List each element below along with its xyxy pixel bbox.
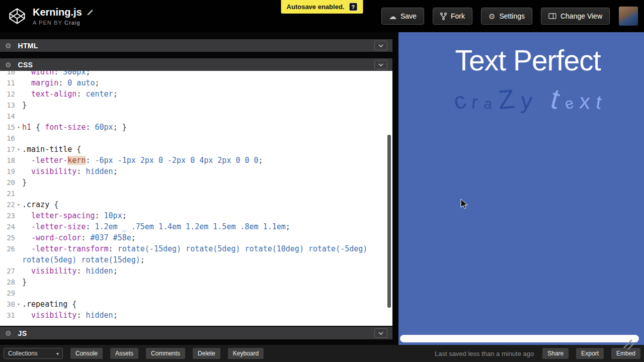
chevron-down-icon [378,44,383,47]
code-line[interactable]: 16 [0,133,392,144]
code-line[interactable]: 23 letter-spacing: 10px; [0,210,392,221]
caret-down-icon: ▾ [56,351,59,356]
crazy-letter: Z [497,79,516,121]
crazy-letter: e [560,83,579,124]
preview-content: Text Perfect craZytext [398,32,644,126]
code-line[interactable]: 22▾.crazy { [0,199,392,210]
share-button[interactable]: Share [542,348,569,359]
mouse-cursor-icon [460,199,469,211]
help-key[interactable]: ? [349,3,357,11]
pen-title-block: Kerning.js A PEN BY Craig [33,7,94,26]
cloud-icon: ☁ [389,13,396,20]
code-line[interactable]: 20} [0,177,392,188]
css-panel-header[interactable]: ⚙ CSS [0,58,392,71]
js-collapse-button[interactable] [374,328,387,338]
gear-icon: ⚙ [489,13,495,20]
crazy-letter: c [449,79,470,121]
resize-grip-icon[interactable] [621,336,636,352]
gear-icon[interactable]: ⚙ [5,42,12,49]
app-header: Kerning.js A PEN BY Craig Autosave enabl… [0,0,644,32]
css-code-lines: 10 width: 300px;11 margin: 0 auto;12 tex… [0,71,392,321]
code-line[interactable]: 12 text-align: center; [0,88,392,100]
css-code-editor[interactable]: 10 width: 300px;11 margin: 0 auto;12 tex… [0,71,392,326]
crazy-letter: t [593,82,605,123]
pen-author[interactable]: Craig [64,20,80,26]
settings-button[interactable]: ⚙ Settings [481,8,532,25]
code-line[interactable]: 27 visibility: hidden; [0,265,392,277]
code-line[interactable]: 25 -word-color: #037 #58e; [0,232,392,243]
code-line[interactable]: 17▾.main-title { [0,144,392,155]
assets-button[interactable]: Assets [110,348,138,359]
autosave-banner: Autosave enabled. ? [281,0,363,14]
crazy-letter: y [519,80,534,121]
collections-dropdown[interactable]: Collections ▾ [4,348,63,359]
code-line[interactable]: 24 -letter-size: 1.2em _ .75em 1.4em 1.2… [0,221,392,232]
code-line[interactable]: 30▾.repeating { [0,299,392,310]
code-line[interactable]: 10 width: 300px; [0,71,392,77]
code-line[interactable]: 11 margin: 0 auto; [0,77,392,88]
keyboard-button[interactable]: Keyboard [228,348,264,359]
code-line[interactable]: 31 visibility: hidden; [0,310,392,321]
console-button[interactable]: Console [70,348,103,359]
code-line[interactable]: 21 [0,188,392,199]
crazy-letter: x [578,81,592,122]
js-panel-header[interactable]: ⚙ JS [0,327,392,339]
autosave-label: Autosave enabled. [287,3,345,11]
preview-title: Text Perfect [412,44,644,76]
fork-button[interactable]: Fork [433,8,472,25]
edit-pencil-icon[interactable] [87,9,94,16]
editor-scrollbar[interactable] [387,135,391,308]
code-line[interactable]: 26 -letter-transform: rotate(-15deg) rot… [0,243,392,254]
change-view-button[interactable]: Change View [541,8,610,25]
html-panel-header[interactable]: ⚙ HTML [0,39,392,52]
pen-title: Kerning.js [33,7,82,18]
export-button[interactable]: Export [576,348,604,359]
code-line[interactable]: 28} [0,277,392,288]
change-view-icon [548,13,556,19]
gear-icon[interactable]: ⚙ [5,61,12,68]
preview-horizontal-scrollbar[interactable] [400,335,639,342]
chevron-down-icon [378,332,383,335]
code-line[interactable]: 13} [0,100,392,111]
app-footer: Collections ▾ Console Assets Comments De… [0,345,644,362]
delete-button[interactable]: Delete [193,348,220,359]
header-buttons: ☁ Save Fork ⚙ Settings Change View [381,8,610,25]
crazy-letter: r [470,82,480,123]
save-button[interactable]: ☁ Save [381,8,424,25]
code-line[interactable]: 18 -letter-kern: -6px -1px 2px 0 -2px 0 … [0,155,392,166]
pen-by-label: A PEN BY [33,20,62,26]
crazy-text: craZytext [412,78,644,126]
save-button-label: Save [400,12,417,20]
preview-pane: Text Perfect craZytext [398,32,644,345]
comments-button[interactable]: Comments [146,348,185,359]
change-view-button-label: Change View [560,12,602,20]
html-panel-label: HTML [18,42,38,50]
chevron-down-icon [378,63,383,66]
css-collapse-button[interactable] [374,60,387,69]
code-line[interactable]: 29 [0,288,392,299]
collections-dropdown-label: Collections [8,350,38,357]
pen-subtitle: A PEN BY Craig [33,20,94,26]
editor-column: ⚙ HTML ⚙ CSS 10 width: 300px;11 margin: … [0,32,392,345]
css-panel-label: CSS [18,61,33,69]
codepen-logo-icon[interactable] [8,7,26,25]
fork-icon [440,13,447,20]
code-line[interactable]: 14 [0,111,392,122]
fork-button-label: Fork [451,12,465,20]
avatar[interactable] [619,7,638,26]
gear-icon[interactable]: ⚙ [5,330,12,337]
code-line[interactable]: rotate(5deg) rotate(15deg); [0,254,392,265]
js-panel-label: JS [18,329,27,337]
code-line[interactable]: 19 visibility: hidden; [0,166,392,177]
code-line[interactable]: 15▾h1 { font-size: 60px; } [0,122,392,133]
crazy-letter: a [480,83,496,124]
settings-button-label: Settings [499,12,525,20]
last-saved-status: Last saved less than a minute ago [435,350,534,357]
html-collapse-button[interactable] [374,41,387,50]
